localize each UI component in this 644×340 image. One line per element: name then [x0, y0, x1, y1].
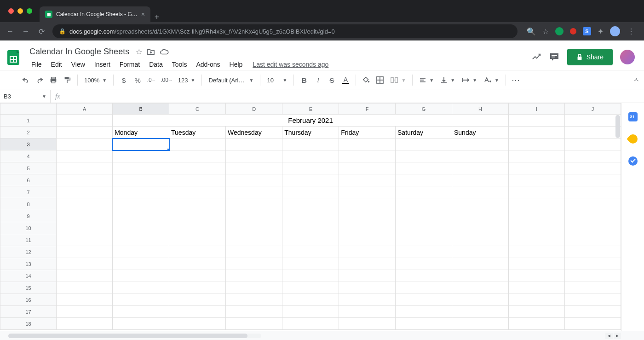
cell[interactable]	[564, 294, 621, 306]
cell[interactable]	[339, 282, 396, 294]
cell[interactable]	[508, 258, 564, 270]
extension-s-icon[interactable]: S	[583, 27, 591, 35]
extensions-puzzle-icon[interactable]: ✦	[598, 27, 604, 36]
cell[interactable]	[113, 258, 169, 270]
cell[interactable]	[564, 162, 621, 174]
cell-title[interactable]: February 2021	[113, 115, 509, 127]
cell[interactable]	[564, 318, 621, 330]
name-box[interactable]: B3 ▼	[0, 90, 51, 103]
cell[interactable]	[396, 258, 452, 270]
cell[interactable]	[339, 294, 396, 306]
cell[interactable]	[452, 210, 509, 222]
cell[interactable]	[225, 294, 282, 306]
column-header[interactable]: H	[452, 104, 509, 115]
paint-format-button[interactable]	[61, 74, 74, 86]
bold-button[interactable]: B	[298, 74, 310, 86]
cell[interactable]	[396, 246, 452, 258]
cell[interactable]	[169, 174, 226, 186]
account-avatar[interactable]	[620, 50, 635, 64]
cell[interactable]	[452, 138, 509, 150]
cell[interactable]	[113, 234, 169, 246]
cell[interactable]	[169, 294, 226, 306]
cell[interactable]	[282, 246, 339, 258]
cell[interactable]	[508, 222, 564, 234]
cell[interactable]	[282, 294, 339, 306]
cell[interactable]	[452, 246, 509, 258]
cell[interactable]	[57, 306, 113, 318]
cell[interactable]	[452, 222, 509, 234]
cell[interactable]	[396, 138, 452, 150]
url-bar[interactable]: 🔒 docs.google.com/spreadsheets/d/1GXMASc…	[52, 24, 518, 38]
cell[interactable]	[225, 210, 282, 222]
move-doc-icon[interactable]	[147, 48, 155, 56]
cell[interactable]	[452, 174, 509, 186]
cell[interactable]	[339, 210, 396, 222]
cell[interactable]	[57, 162, 113, 174]
cell[interactable]	[508, 162, 564, 174]
cell[interactable]: Saturday	[396, 127, 452, 138]
cell[interactable]	[339, 318, 396, 330]
cell[interactable]	[225, 222, 282, 234]
increase-decimal-button[interactable]: .00→	[159, 74, 174, 86]
cell[interactable]	[225, 150, 282, 162]
cell[interactable]	[113, 198, 169, 210]
cell[interactable]	[564, 186, 621, 198]
cell[interactable]	[225, 186, 282, 198]
cell[interactable]: Thursday	[282, 127, 339, 138]
column-header[interactable]: F	[339, 104, 396, 115]
cell[interactable]: Sunday	[452, 127, 509, 138]
cell[interactable]	[339, 222, 396, 234]
cell[interactable]	[452, 258, 509, 270]
cell[interactable]	[282, 162, 339, 174]
row-header[interactable]: 5	[0, 162, 57, 174]
star-doc-icon[interactable]: ☆	[136, 47, 142, 56]
cell[interactable]	[169, 198, 226, 210]
cell[interactable]	[225, 234, 282, 246]
extension-grammarly-icon[interactable]	[555, 27, 564, 35]
column-header[interactable]: A	[57, 104, 113, 115]
cell[interactable]	[225, 162, 282, 174]
browser-menu-icon[interactable]: ⋮	[627, 27, 636, 36]
cell[interactable]	[452, 198, 509, 210]
nav-reload-button[interactable]: ⟳	[37, 27, 46, 36]
row-header[interactable]: 8	[0, 198, 57, 210]
cell[interactable]	[225, 258, 282, 270]
cell[interactable]	[452, 162, 509, 174]
cell[interactable]	[508, 186, 564, 198]
decrease-decimal-button[interactable]: .0←	[145, 74, 158, 86]
cell[interactable]	[225, 174, 282, 186]
cell[interactable]	[564, 198, 621, 210]
cell[interactable]	[564, 174, 621, 186]
row-header[interactable]: 14	[0, 270, 57, 282]
comments-icon[interactable]	[549, 52, 560, 63]
row-header[interactable]: 16	[0, 294, 57, 306]
cell[interactable]	[57, 282, 113, 294]
undo-button[interactable]	[19, 74, 32, 86]
menu-help[interactable]: Help	[226, 59, 247, 70]
nav-forward-button[interactable]: →	[21, 27, 30, 35]
text-color-button[interactable]: A	[339, 74, 352, 86]
cell[interactable]	[282, 198, 339, 210]
cell[interactable]	[508, 210, 564, 222]
window-minimize-icon[interactable]	[17, 8, 23, 14]
cell[interactable]	[452, 294, 509, 306]
cell[interactable]	[169, 318, 226, 330]
cell[interactable]	[339, 246, 396, 258]
cell[interactable]	[508, 318, 564, 330]
cell[interactable]: Friday	[339, 127, 396, 138]
strikethrough-button[interactable]: S	[325, 74, 338, 86]
cell[interactable]	[113, 318, 169, 330]
row-header[interactable]: 6	[0, 174, 57, 186]
row-header[interactable]: 2	[0, 127, 57, 138]
text-rotation-dropdown[interactable]: ▼	[481, 74, 502, 86]
cell[interactable]	[564, 150, 621, 162]
side-keep-icon[interactable]	[626, 133, 639, 145]
collapse-toolbar-icon[interactable]: ㅅ	[633, 76, 639, 84]
cell[interactable]	[508, 282, 564, 294]
row-header[interactable]: 1	[0, 115, 57, 127]
cell[interactable]	[169, 162, 226, 174]
scroll-left-button[interactable]: ◄	[605, 333, 613, 339]
cell[interactable]	[508, 127, 564, 138]
cell[interactable]	[508, 150, 564, 162]
cell[interactable]	[113, 210, 169, 222]
